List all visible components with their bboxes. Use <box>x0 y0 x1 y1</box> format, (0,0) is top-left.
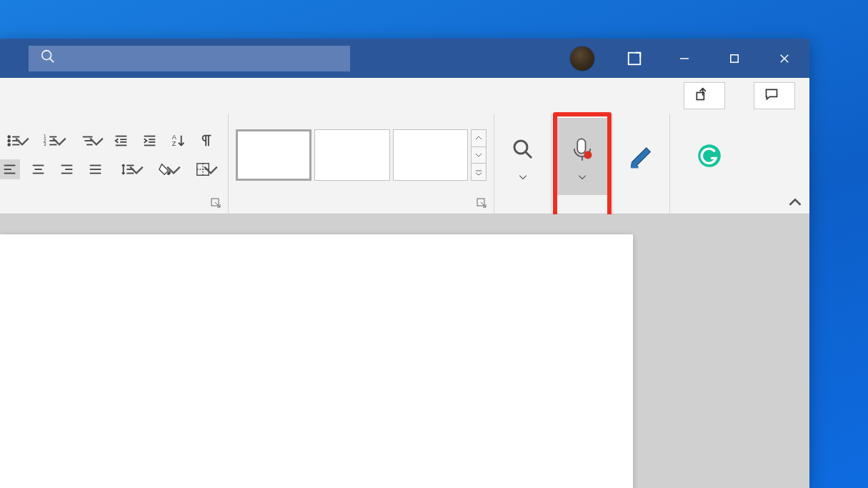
chevron-up-icon[interactable] <box>472 130 486 147</box>
editing-group <box>494 114 552 214</box>
svg-point-11 <box>8 140 10 142</box>
titlebar <box>0 39 809 78</box>
multilevel-list-button[interactable] <box>74 131 103 151</box>
editor-icon <box>629 141 654 171</box>
paragraph-group: 123 AZ <box>0 114 229 214</box>
numbering-button[interactable]: 123 <box>37 131 66 151</box>
dictate-button[interactable] <box>557 118 607 195</box>
share-icon <box>694 87 709 105</box>
ribbon-tabs <box>0 78 809 114</box>
align-center-button[interactable] <box>29 159 49 179</box>
editing-button[interactable] <box>498 118 548 195</box>
justify-button[interactable] <box>86 159 106 179</box>
align-right-button[interactable] <box>57 159 77 179</box>
collapse-ribbon-icon[interactable] <box>788 195 802 209</box>
chevron-down-icon <box>519 173 527 181</box>
minimize-button[interactable] <box>659 39 709 78</box>
open-grammarly-button[interactable] <box>684 118 734 195</box>
comments-button[interactable] <box>754 82 795 109</box>
svg-point-61 <box>584 151 592 159</box>
word-window: 123 AZ <box>0 39 809 488</box>
search-icon <box>40 49 56 68</box>
decrease-indent-button[interactable] <box>111 131 131 151</box>
increase-indent-button[interactable] <box>140 131 160 151</box>
focus-mode-button[interactable] <box>609 39 659 78</box>
avatar[interactable] <box>569 46 595 71</box>
style-normal[interactable] <box>236 129 311 181</box>
svg-rect-59 <box>577 139 585 153</box>
svg-point-9 <box>8 136 10 138</box>
chevron-down-icon <box>578 173 587 181</box>
share-button[interactable] <box>684 82 725 109</box>
svg-text:3: 3 <box>44 141 46 146</box>
styles-gallery-scroll[interactable] <box>471 129 487 181</box>
grammarly-group <box>670 114 749 214</box>
svg-point-57 <box>514 141 527 154</box>
style-no-spacing[interactable] <box>314 129 390 181</box>
close-button[interactable] <box>759 39 809 78</box>
bullets-button[interactable] <box>0 131 29 151</box>
svg-text:Z: Z <box>172 140 176 147</box>
align-left-button[interactable] <box>0 159 20 179</box>
document-area[interactable] <box>0 214 809 488</box>
borders-button[interactable] <box>189 159 217 179</box>
editor-button[interactable] <box>617 118 667 195</box>
show-hide-paragraph-button[interactable] <box>197 131 217 151</box>
styles-group <box>229 114 494 214</box>
svg-line-58 <box>525 152 531 158</box>
comment-icon <box>764 87 779 105</box>
document-page[interactable] <box>0 234 633 488</box>
paragraph-launcher-icon[interactable] <box>211 198 222 209</box>
document-text[interactable] <box>0 327 604 391</box>
svg-rect-4 <box>731 54 739 62</box>
svg-rect-2 <box>629 52 641 64</box>
svg-line-1 <box>50 59 54 63</box>
editor-group <box>613 114 670 214</box>
svg-point-13 <box>8 144 10 146</box>
more-styles-icon[interactable] <box>472 164 486 180</box>
grammarly-icon <box>697 141 722 171</box>
style-heading-1[interactable] <box>393 129 469 181</box>
chevron-down-icon[interactable] <box>472 147 486 164</box>
ribbon: 123 AZ <box>0 114 809 214</box>
microphone-icon <box>569 134 595 164</box>
voice-group <box>552 114 613 214</box>
sort-button[interactable]: AZ <box>169 131 189 151</box>
line-spacing-button[interactable] <box>114 159 143 179</box>
svg-point-0 <box>42 51 51 60</box>
maximize-button[interactable] <box>709 39 759 78</box>
styles-launcher-icon[interactable] <box>477 198 488 209</box>
search-input[interactable] <box>29 46 350 71</box>
shading-button[interactable] <box>151 159 180 179</box>
find-icon <box>510 134 536 164</box>
